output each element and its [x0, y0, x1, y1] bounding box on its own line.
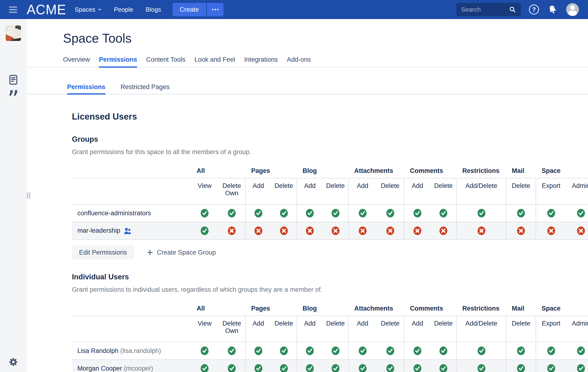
tab-look-and-feel[interactable]: Look and Feel	[194, 56, 235, 68]
more-actions-button[interactable]	[207, 3, 223, 16]
column-subheader: Add	[245, 316, 271, 342]
granted-icon	[478, 347, 485, 355]
permission-cell	[404, 222, 430, 240]
tab-add-ons[interactable]: Add-ons	[287, 56, 311, 68]
permission-cell	[297, 360, 323, 372]
pages-icon[interactable]	[0, 74, 27, 86]
avatar[interactable]	[566, 3, 579, 16]
column-subheader: Admin	[566, 178, 588, 204]
permission-cell	[404, 342, 430, 360]
granted-icon	[440, 364, 447, 372]
notifications-icon[interactable]	[547, 4, 558, 15]
permission-cell	[348, 342, 376, 360]
column-subheader: Add	[404, 316, 430, 342]
tab-integrations[interactable]: Integrations	[244, 56, 278, 68]
granted-icon	[228, 209, 236, 217]
permission-cell	[506, 342, 536, 360]
column-subheader: Add	[297, 178, 323, 204]
permission-cell	[191, 360, 218, 372]
column-group-header: Comments	[404, 302, 457, 316]
denied-icon	[413, 226, 421, 235]
subtab-permissions[interactable]: Permissions	[67, 83, 105, 95]
column-subheader: Delete	[323, 316, 348, 342]
name-column-subheader	[72, 316, 191, 342]
subtab-restricted-pages[interactable]: Restricted Pages	[121, 83, 170, 95]
granted-icon	[547, 209, 555, 217]
granted-icon	[547, 347, 555, 355]
group-members-icon[interactable]	[124, 227, 132, 234]
column-group-header: Restrictions	[457, 164, 506, 178]
permission-cell	[536, 360, 566, 372]
column-subheader: Export	[536, 316, 566, 342]
granted-icon	[517, 347, 525, 355]
column-group-header: Space	[536, 302, 588, 316]
permission-cell	[323, 342, 348, 360]
create-button[interactable]: Create	[173, 3, 206, 16]
permission-cell	[245, 342, 271, 360]
column-subheader: Delete Own	[218, 178, 245, 204]
edit-permissions-button[interactable]: Edit Permissions	[72, 245, 134, 259]
space-tools-tabs: Overview Permissions Content Tools Look …	[27, 56, 588, 68]
sidebar-resize-handle[interactable]	[27, 192, 30, 199]
tab-permissions[interactable]: Permissions	[99, 56, 137, 68]
column-group-header: Attachments	[348, 302, 404, 316]
tab-content-tools[interactable]: Content Tools	[146, 56, 185, 68]
permission-cell	[245, 204, 271, 222]
space-sidebar: ” »	[0, 19, 27, 372]
column-group-header: Comments	[404, 164, 457, 178]
column-group-header: Restrictions	[457, 302, 506, 316]
space-settings-gear-icon[interactable]	[0, 357, 27, 367]
permission-cell	[191, 222, 218, 240]
tab-overview[interactable]: Overview	[63, 56, 90, 68]
denied-icon	[359, 226, 367, 235]
blog-quote-icon[interactable]: ”	[0, 88, 27, 110]
column-subheader: Add	[404, 178, 430, 204]
permission-cell	[566, 222, 588, 240]
permission-cell	[218, 360, 245, 372]
permission-cell	[297, 342, 323, 360]
groups-description: Grant permissions for this space to all …	[72, 148, 588, 156]
denied-icon	[332, 226, 339, 235]
nav-people[interactable]: People	[114, 6, 133, 13]
permission-cell	[271, 222, 297, 240]
main-content: Space Tools Overview Permissions Content…	[27, 19, 588, 372]
table-row: Morgan Cooper (mcooper)	[72, 360, 588, 372]
create-space-group-link[interactable]: Create Space Group	[147, 249, 216, 256]
column-group-header: Mail	[506, 302, 536, 316]
permissions-subtabs: Permissions Restricted Pages	[27, 83, 588, 95]
granted-icon	[413, 364, 421, 372]
space-logo[interactable]	[6, 25, 21, 41]
groups-permissions-table: AllPagesBlogAttachmentsCommentsRestricti…	[72, 164, 588, 240]
permission-cell	[506, 360, 536, 372]
help-icon[interactable]: ?	[529, 5, 539, 14]
brand-logo[interactable]: ACME	[27, 0, 66, 20]
granted-icon	[254, 209, 262, 217]
hamburger-icon[interactable]	[0, 6, 17, 13]
granted-icon	[413, 209, 421, 217]
permission-cell	[245, 360, 271, 372]
granted-icon	[306, 209, 314, 217]
column-group-header: All	[191, 164, 245, 178]
column-group-header: All	[191, 302, 245, 316]
permission-cell	[323, 360, 348, 372]
granted-icon	[440, 347, 447, 355]
denied-icon	[280, 226, 288, 235]
granted-icon	[201, 347, 209, 355]
permission-cell	[323, 204, 348, 222]
granted-icon	[413, 347, 421, 355]
nav-blogs[interactable]: Blogs	[146, 6, 161, 13]
granted-icon	[280, 364, 288, 372]
column-group-header: Mail	[506, 164, 536, 178]
permission-cell	[404, 204, 430, 222]
column-subheader: View	[191, 178, 218, 204]
denied-icon	[306, 226, 314, 235]
row-name: Morgan Cooper (mcooper)	[72, 360, 191, 372]
column-subheader: Add/Delete	[457, 316, 506, 342]
permission-cell	[430, 342, 457, 360]
permission-cell	[457, 222, 506, 240]
nav-spaces[interactable]: Spaces	[75, 6, 102, 13]
page-title: Space Tools	[63, 31, 588, 45]
permission-cell	[271, 342, 297, 360]
column-group-header: Attachments	[348, 164, 404, 178]
search-input[interactable]: Search	[456, 3, 521, 16]
